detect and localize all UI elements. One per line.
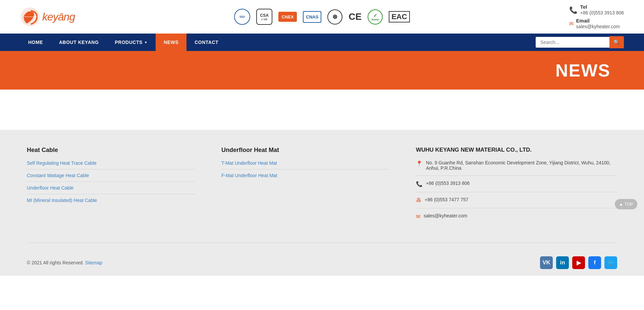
nav-contact[interactable]: CONTACT: [186, 34, 226, 51]
footer-company-col: WUHU KEYANG NEW MATERIAL CO., LTD. 📍 No.…: [416, 147, 617, 229]
footer-bottom: © 2021 All rights Reserved. Sitemap VK i…: [27, 250, 617, 276]
logo-text: keyāng: [42, 11, 75, 23]
social-icons-group: VK in ▶ f 🐦: [540, 256, 617, 269]
email-label: Email: [576, 18, 620, 23]
footer-heat-cable-col: Heat Cable Self Regulating Heat Trace Ca…: [27, 147, 195, 229]
eac-cert: EAC: [389, 11, 410, 22]
company-phone-row: 📞 +86 (0)553 3913 806: [416, 180, 617, 192]
csa-cert: CSA c US: [256, 9, 272, 25]
site-header: keyāng ISO CSA c US CNEX CNAS ⊛ CE ✓ RoH…: [0, 0, 644, 34]
contact-email-row: ✉ Email sales@kyheater.com: [569, 18, 624, 30]
company-phone: +86 (0)553 3913 806: [426, 180, 470, 186]
hero-banner: NEWS: [0, 51, 644, 90]
search-input[interactable]: [536, 37, 609, 48]
fax-icon: 🖷: [416, 197, 421, 203]
footer-link-constant-wattage[interactable]: Constant Wattage Heat Cable: [27, 173, 195, 182]
ccc-cert: ⊛: [327, 9, 342, 24]
footer-divider: [27, 243, 617, 243]
cnex-cert: CNEX: [278, 12, 297, 22]
logo-icon: [20, 7, 40, 27]
rohs-cert: ✓ RoHS: [368, 9, 383, 24]
nav-home[interactable]: HOME: [20, 34, 51, 51]
ce-cert: CE: [348, 11, 362, 22]
company-fax-row: 🖷 +86 (0)553 7477 757: [416, 197, 617, 208]
email-icon: ✉: [569, 20, 574, 27]
footer-underfloor-col: Underfloor Heat Mat T-Mat Underfloor Hea…: [221, 147, 389, 229]
copyright-text: © 2021 All rights Reserved. Sitemap: [27, 260, 102, 265]
underfloor-title: Underfloor Heat Mat: [221, 147, 389, 154]
site-footer: Heat Cable Self Regulating Heat Trace Ca…: [0, 130, 644, 276]
search-area: 🔍: [536, 36, 624, 48]
address-icon: 📍: [416, 160, 423, 167]
tel-label: Tel: [580, 4, 624, 10]
company-email: sales@kyheater.com: [424, 213, 467, 218]
heat-cable-title: Heat Cable: [27, 147, 195, 154]
footer-link-fmat[interactable]: F-Mat Underfloor Heat Mat: [221, 173, 389, 182]
linkedin-icon[interactable]: in: [556, 256, 569, 269]
header-contact: 📞 Tel +86 (0)553 3913 806 ✉ Email sales@…: [569, 4, 624, 30]
iso-cert: ISO: [234, 9, 250, 25]
nav-menu: HOME ABOUT KEYANG PRODUCTS ▼ NEWS CONTAC…: [20, 34, 536, 51]
email-footer-icon: ✉: [416, 213, 420, 220]
sitemap-link[interactable]: Sitemap: [85, 260, 102, 265]
cnas-cert: CNAS: [303, 11, 321, 23]
contact-tel-row: 📞 Tel +86 (0)553 3913 806: [569, 4, 624, 16]
twitter-icon[interactable]: 🐦: [604, 256, 617, 269]
back-to-top-button[interactable]: ▲ TOP: [615, 199, 637, 209]
footer-link-underfloor-heat-cable[interactable]: Underfloor Heat Cable: [27, 185, 195, 194]
hero-title: NEWS: [555, 60, 610, 81]
footer-columns: Heat Cable Self Regulating Heat Trace Ca…: [27, 147, 617, 243]
company-address-row: 📍 No. 9 Guanhe Rd, Sanshan Economic Deve…: [416, 160, 617, 176]
company-address: No. 9 Guanhe Rd, Sanshan Economic Develo…: [426, 160, 617, 171]
company-name: WUHU KEYANG NEW MATERIAL CO., LTD.: [416, 147, 617, 153]
nav-news[interactable]: NEWS: [156, 34, 186, 51]
top-label: ▲ TOP: [619, 202, 633, 207]
youtube-icon[interactable]: ▶: [572, 256, 585, 269]
certification-badges: ISO CSA c US CNEX CNAS ⊛ CE ✓ RoHS EAC: [75, 9, 569, 25]
main-navbar: HOME ABOUT KEYANG PRODUCTS ▼ NEWS CONTAC…: [0, 34, 644, 51]
email-address: sales@kyheater.com: [576, 24, 620, 29]
nav-about[interactable]: ABOUT KEYANG: [51, 34, 107, 51]
logo[interactable]: keyāng: [20, 7, 75, 27]
phone-footer-icon: 📞: [416, 181, 423, 187]
main-content-area: [0, 90, 644, 130]
footer-link-self-regulating[interactable]: Self Regulating Heat Trace Cable: [27, 160, 195, 169]
tel-number: +86 (0)553 3913 806: [580, 10, 624, 15]
phone-icon: 📞: [569, 6, 578, 14]
company-fax: +86 (0)553 7477 757: [425, 197, 468, 202]
nav-products[interactable]: PRODUCTS ▼: [107, 34, 156, 51]
footer-link-tmat[interactable]: T-Mat Underfloor Heat Mat: [221, 160, 389, 169]
company-email-row: ✉ sales@kyheater.com: [416, 213, 617, 224]
vk-icon[interactable]: VK: [540, 256, 553, 269]
search-button[interactable]: 🔍: [609, 36, 624, 48]
footer-link-mi-heat-cable[interactable]: MI (Mineral Insulated) Heat Cable: [27, 198, 195, 206]
facebook-icon[interactable]: f: [588, 256, 601, 269]
dropdown-arrow-icon: ▼: [144, 41, 148, 44]
